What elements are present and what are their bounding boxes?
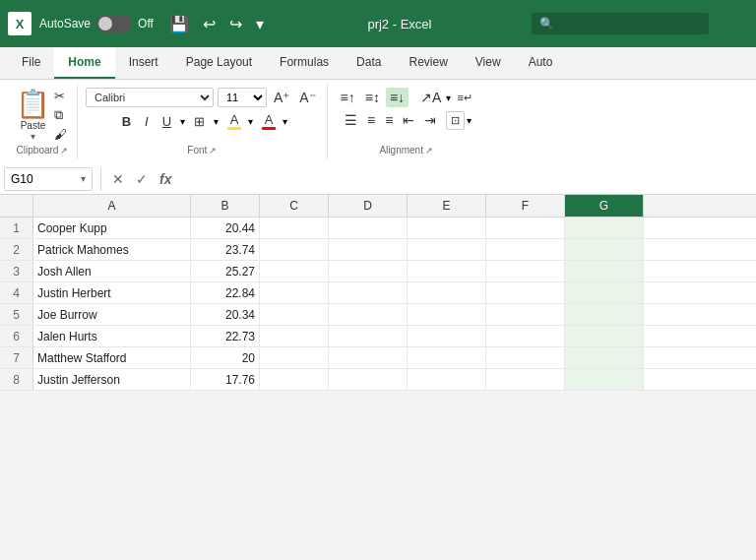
text-rotation-dropdown[interactable]: ▾ (446, 93, 451, 103)
wrap-text-button[interactable]: ≡↵ (453, 90, 475, 106)
cell-c6[interactable] (260, 326, 329, 346)
cell-a7[interactable]: Matthew Stafford (33, 347, 191, 368)
cell-c4[interactable] (260, 282, 329, 303)
cell-d5[interactable] (329, 304, 408, 325)
cell-a8[interactable]: Justin Jefferson (33, 369, 191, 390)
align-right-button[interactable]: ≡ (381, 110, 397, 130)
cell-e3[interactable] (408, 261, 486, 281)
tab-data[interactable]: Data (343, 47, 395, 79)
cell-b7[interactable]: 20 (191, 347, 260, 368)
decrease-indent-button[interactable]: ⇤ (399, 110, 418, 130)
redo-icon[interactable]: ↪ (225, 13, 246, 35)
cell-f1[interactable] (486, 218, 565, 238)
merge-dropdown-icon[interactable]: ▾ (467, 115, 472, 126)
cell-b1[interactable]: 20.44 (191, 218, 260, 238)
cell-f3[interactable] (486, 261, 565, 281)
paste-dropdown-icon[interactable]: ▾ (31, 131, 35, 142)
cut-button[interactable]: ✂ (52, 88, 69, 104)
col-header-e[interactable]: E (408, 195, 486, 217)
name-box-dropdown[interactable]: ▾ (81, 173, 86, 184)
cell-e8[interactable] (408, 369, 486, 390)
bold-button[interactable]: B (117, 112, 136, 131)
border-button[interactable]: ⊞ (189, 112, 210, 131)
cell-f6[interactable] (486, 326, 565, 346)
col-header-g[interactable]: G (565, 195, 644, 217)
cell-g6[interactable] (565, 326, 644, 346)
col-header-f[interactable]: F (486, 195, 565, 217)
cell-d8[interactable] (329, 369, 408, 390)
cell-b2[interactable]: 23.74 (191, 239, 260, 260)
tab-view[interactable]: View (462, 47, 515, 79)
merge-center-button[interactable]: ⊡ (446, 111, 465, 130)
cell-e1[interactable] (408, 218, 486, 238)
cell-e7[interactable] (408, 347, 486, 368)
align-top-button[interactable]: ≡↑ (337, 88, 359, 107)
font-shrink-button[interactable]: A⁻ (296, 89, 318, 106)
align-left-button[interactable]: ☰ (341, 110, 361, 130)
undo-icon[interactable]: ↩ (199, 13, 220, 35)
tab-review[interactable]: Review (395, 47, 461, 79)
font-name-select[interactable]: Calibri (86, 88, 214, 107)
align-bottom-button[interactable]: ≡↓ (386, 88, 409, 107)
cell-g8[interactable] (565, 369, 644, 390)
cell-a3[interactable]: Josh Allen (33, 261, 191, 281)
cell-b3[interactable]: 25.27 (191, 261, 260, 281)
font-expand-icon[interactable]: ↗ (209, 146, 217, 156)
alignment-expand-icon[interactable]: ↗ (425, 146, 433, 156)
save-icon[interactable]: 💾 (165, 13, 193, 35)
cell-f5[interactable] (486, 304, 565, 325)
formula-confirm-button[interactable]: ✓ (133, 171, 151, 187)
paste-button[interactable]: 📋 Paste ▾ (16, 88, 50, 142)
cell-d7[interactable] (329, 347, 408, 368)
cell-c3[interactable] (260, 261, 329, 281)
name-box[interactable]: G10 ▾ (4, 167, 93, 191)
tab-insert[interactable]: Insert (115, 47, 172, 79)
underline-button[interactable]: U (158, 112, 176, 131)
tab-page-layout[interactable]: Page Layout (172, 47, 266, 79)
cell-e6[interactable] (408, 326, 486, 346)
tab-auto[interactable]: Auto (515, 47, 567, 79)
tab-file[interactable]: File (8, 47, 54, 79)
font-color-dropdown-icon[interactable]: ▾ (283, 116, 287, 127)
cell-c5[interactable] (260, 304, 329, 325)
cell-e5[interactable] (408, 304, 486, 325)
cell-g5[interactable] (565, 304, 644, 325)
cell-d6[interactable] (329, 326, 408, 346)
border-dropdown-icon[interactable]: ▾ (214, 116, 219, 127)
customize-icon[interactable]: ▾ (252, 13, 268, 35)
col-header-b[interactable]: B (191, 195, 260, 217)
tab-home[interactable]: Home (54, 47, 114, 79)
italic-button[interactable]: I (140, 112, 154, 131)
copy-button[interactable]: ⧉ (52, 106, 69, 124)
cell-c7[interactable] (260, 347, 329, 368)
cell-a1[interactable]: Cooper Kupp (33, 218, 191, 238)
cell-f8[interactable] (486, 369, 565, 390)
cell-d2[interactable] (329, 239, 408, 260)
underline-dropdown-icon[interactable]: ▾ (180, 116, 185, 127)
cell-a6[interactable]: Jalen Hurts (33, 326, 191, 346)
cell-e4[interactable] (408, 282, 486, 303)
search-box[interactable]: 🔍 (532, 13, 709, 34)
formula-fx-button[interactable]: fx (157, 171, 174, 187)
increase-indent-button[interactable]: ⇥ (420, 110, 440, 130)
format-painter-button[interactable]: 🖌 (52, 126, 69, 143)
cell-d1[interactable] (329, 218, 408, 238)
clipboard-expand-icon[interactable]: ↗ (60, 146, 68, 156)
col-header-c[interactable]: C (260, 195, 329, 217)
cell-a4[interactable]: Justin Herbert (33, 282, 191, 303)
align-middle-button[interactable]: ≡↕ (361, 88, 384, 107)
cell-e2[interactable] (408, 239, 486, 260)
cell-a2[interactable]: Patrick Mahomes (33, 239, 191, 260)
col-header-d[interactable]: D (329, 195, 408, 217)
cell-b6[interactable]: 22.73 (191, 326, 260, 346)
cell-g7[interactable] (565, 347, 644, 368)
cell-g2[interactable] (565, 239, 644, 260)
tab-formulas[interactable]: Formulas (266, 47, 343, 79)
cell-c1[interactable] (260, 218, 329, 238)
text-rotation-button[interactable]: ↗A (416, 88, 445, 107)
cell-a5[interactable]: Joe Burrow (33, 304, 191, 325)
cell-d3[interactable] (329, 261, 408, 281)
font-grow-button[interactable]: A⁺ (271, 89, 292, 106)
font-color-button[interactable]: A (257, 110, 281, 132)
col-header-a[interactable]: A (33, 195, 191, 217)
